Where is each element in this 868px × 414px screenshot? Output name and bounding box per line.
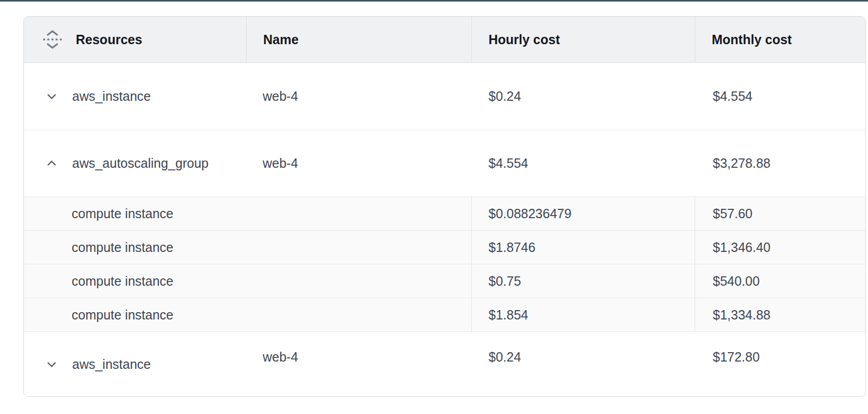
subcomponent-label-cell: compute instance xyxy=(24,197,472,230)
resource-type: aws_instance xyxy=(72,357,151,372)
subcomponent-row: compute instance $1.8746 $1,346.40 xyxy=(24,231,865,264)
column-header-label: Resources xyxy=(76,32,142,47)
table-row: aws_instance web-4 $0.24 $172.80 xyxy=(24,332,865,396)
resource-cell: aws_instance xyxy=(24,332,247,396)
chevron-down-icon[interactable] xyxy=(45,357,59,371)
drag-handle-icon[interactable] xyxy=(42,28,63,51)
chevron-up-icon[interactable] xyxy=(45,156,59,170)
resource-type: aws_instance xyxy=(72,89,151,104)
column-header-label: Monthly cost xyxy=(712,32,792,47)
monthly-cost-cell: $4.554 xyxy=(695,63,865,130)
column-header-name[interactable]: Name xyxy=(247,17,472,62)
hourly-cost-cell: $0.088236479 xyxy=(472,197,695,230)
column-header-resources[interactable]: Resources xyxy=(24,17,247,62)
name-cell: web-4 xyxy=(247,63,472,130)
resource-cell: aws_autoscaling_group xyxy=(24,130,247,196)
hourly-cost-cell: $0.75 xyxy=(472,264,695,298)
table-header-row: Resources Name Hourly cost Monthly cost xyxy=(24,17,865,63)
cost-breakdown-table: Resources Name Hourly cost Monthly cost … xyxy=(23,16,866,397)
hourly-cost-cell: $0.24 xyxy=(472,63,695,130)
monthly-cost-cell: $1,346.40 xyxy=(695,231,865,264)
monthly-cost-cell: $3,278.88 xyxy=(695,130,865,196)
name-cell: web-4 xyxy=(247,325,472,389)
monthly-cost-cell: $540.00 xyxy=(695,264,865,298)
chevron-down-icon[interactable] xyxy=(45,89,59,103)
column-header-hourly-cost[interactable]: Hourly cost xyxy=(472,17,695,62)
subcomponent-row: compute instance $0.75 $540.00 xyxy=(24,264,865,298)
top-accent-bar xyxy=(0,0,868,2)
hourly-cost-cell: $0.24 xyxy=(472,325,695,389)
table-row: aws_autoscaling_group web-4 $4.554 $3,27… xyxy=(24,130,865,197)
table-row: aws_instance web-4 $0.24 $4.554 xyxy=(24,63,865,130)
name-cell: web-4 xyxy=(247,130,472,196)
resource-cell: aws_instance xyxy=(24,63,247,130)
hourly-cost-cell: $4.554 xyxy=(472,130,695,196)
resource-type: aws_autoscaling_group xyxy=(72,156,209,171)
column-header-monthly-cost[interactable]: Monthly cost xyxy=(695,17,865,62)
monthly-cost-cell: $57.60 xyxy=(695,197,865,230)
monthly-cost-cell: $172.80 xyxy=(695,325,865,389)
column-header-label: Name xyxy=(263,32,299,47)
subcomponent-label-cell: compute instance xyxy=(24,231,472,264)
column-header-label: Hourly cost xyxy=(489,32,560,47)
subcomponent-label-cell: compute instance xyxy=(24,264,472,298)
subcomponent-row: compute instance $0.088236479 $57.60 xyxy=(24,197,865,231)
hourly-cost-cell: $1.8746 xyxy=(472,231,695,264)
